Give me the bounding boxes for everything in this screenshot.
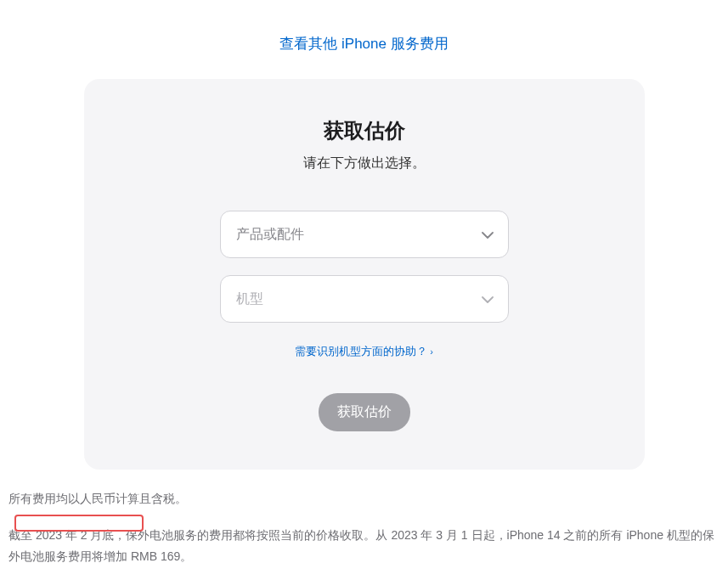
footer-price-change-note: 截至 2023 年 2 月底，保外电池服务的费用都将按照当前的价格收取。从 20… xyxy=(8,525,720,563)
product-select[interactable]: 产品或配件 xyxy=(220,211,509,258)
other-service-fees-link-wrapper: 查看其他 iPhone 服务费用 xyxy=(0,0,728,79)
help-link-label: 需要识别机型方面的协助？ xyxy=(295,345,427,358)
get-estimate-button[interactable]: 获取估价 xyxy=(319,393,410,431)
chevron-right-icon: › xyxy=(430,346,433,357)
identify-model-help-link[interactable]: 需要识别机型方面的协助？› xyxy=(295,344,433,359)
footer-tax-note: 所有费用均以人民币计算且含税。 xyxy=(8,488,720,510)
other-service-fees-link[interactable]: 查看其他 iPhone 服务费用 xyxy=(279,36,448,52)
estimate-card: 获取估价 请在下方做出选择。 产品或配件 机型 需要识别机型方面的协助？› 获取… xyxy=(84,79,645,470)
card-title: 获取估价 xyxy=(118,117,611,144)
model-select-wrapper: 机型 xyxy=(220,275,509,323)
product-select-wrapper: 产品或配件 xyxy=(220,211,509,258)
card-subtitle: 请在下方做出选择。 xyxy=(118,155,611,172)
model-select[interactable]: 机型 xyxy=(220,275,509,323)
